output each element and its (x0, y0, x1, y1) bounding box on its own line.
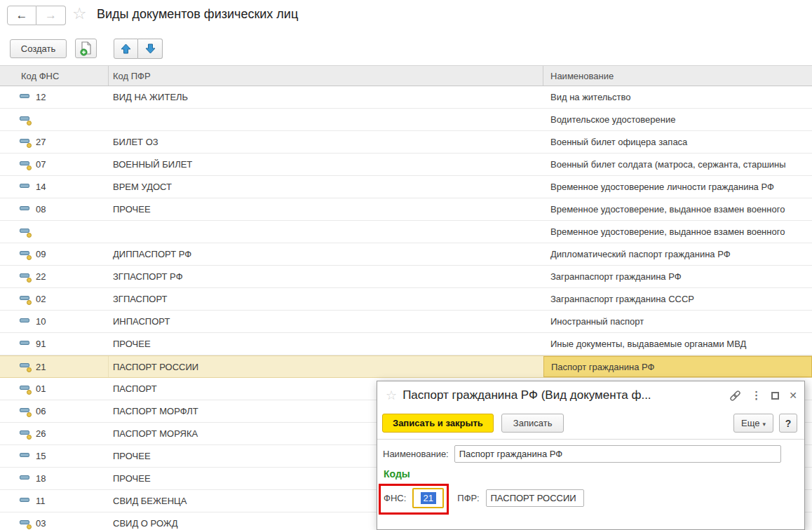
pfr-code-cell: ДИППАСПОРТ РФ (109, 249, 543, 259)
dialog-star-icon[interactable]: ☆ (386, 388, 397, 403)
name-cell: Паспорт гражданина РФ (543, 356, 812, 377)
item-marker-icon (20, 250, 30, 259)
item-marker-icon (20, 183, 30, 191)
chevron-down-icon: ▾ (762, 421, 766, 428)
help-button[interactable]: ? (779, 414, 797, 433)
document-add-icon (80, 41, 93, 56)
name-cell: Временное удостоверение, выданное взамен… (543, 198, 812, 220)
name-cell: Иные документы, выдаваемые органами МВД (543, 333, 812, 355)
table-row[interactable]: 10 ИНПАСПОРТ Иностранный паспорт (0, 311, 812, 333)
kebab-menu-icon[interactable]: ⋮ (751, 389, 762, 402)
save-close-button[interactable]: Записать и закрыть (382, 414, 494, 433)
pfr-code-cell: ВИД НА ЖИТЕЛЬ (109, 92, 543, 102)
fns-code-cell: 06 (36, 406, 46, 416)
item-marker-icon (20, 161, 30, 169)
fns-code-cell: 03 (36, 518, 46, 529)
fns-code-cell: 91 (36, 339, 46, 349)
documents-table: Код ФНС Код ПФР Наименование 12 ВИД НА Ж… (0, 65, 812, 86)
item-marker-icon (20, 138, 30, 147)
item-marker-icon (20, 452, 30, 461)
close-icon[interactable]: ✕ (789, 390, 797, 401)
table-row[interactable]: 02 ЗГПАСПОРТ Загранпаспорт гражданина СС… (0, 288, 812, 311)
codes-section-heading: Коды (384, 468, 410, 480)
history-nav: ← → (7, 6, 66, 25)
table-row[interactable]: Временное удостоверение, выданное взамен… (0, 221, 812, 243)
copy-button[interactable] (75, 39, 97, 58)
table-row[interactable]: 91 ПРОЧЕЕ Иные документы, выдаваемые орг… (0, 333, 812, 355)
table-row[interactable]: 09 ДИППАСПОРТ РФ Дипломатический паспорт… (0, 243, 812, 266)
column-header-pfr[interactable]: Код ПФР (109, 66, 543, 86)
item-marker-icon (20, 430, 30, 438)
dialog-command-bar: Записать и закрыть Записать Еще▾ ? (377, 409, 804, 440)
pfr-code-cell: ЗГПАСПОРТ РФ (109, 271, 543, 282)
table-row[interactable]: 22 ЗГПАСПОРТ РФ Загранпаспорт гражданина… (0, 266, 812, 288)
name-cell: Военный билет солдата (матроса, сержанта… (543, 154, 812, 175)
name-cell: Иностранный паспорт (543, 311, 812, 332)
table-row[interactable]: 14 ВРЕМ УДОСТ Временное удостоверение ли… (0, 176, 812, 198)
back-button[interactable]: ← (7, 6, 36, 25)
page-title: Виды документов физических лиц (97, 7, 298, 22)
name-input[interactable] (454, 445, 781, 463)
fns-code-cell: 10 (36, 316, 46, 327)
move-down-button[interactable] (138, 39, 163, 59)
pfr-code-cell: ПРОЧЕЕ (109, 339, 543, 349)
fns-code-cell: 21 (36, 362, 46, 372)
move-up-button[interactable] (114, 39, 138, 59)
fns-code-cell: 11 (36, 496, 46, 506)
fns-code-cell: 14 (36, 182, 46, 192)
table-row[interactable]: 27 БИЛЕТ ОЗ Военный билет офицера запаса (0, 131, 812, 154)
fns-code-cell: 09 (36, 249, 46, 259)
fns-code-cell: 01 (36, 383, 46, 394)
pfr-code-cell: ВОЕННЫЙ БИЛЕТ (109, 159, 543, 170)
fns-code-cell: 18 (36, 473, 46, 484)
item-edit-dialog: ☆ Паспорт гражданина РФ (Вид документа ф… (377, 381, 805, 530)
name-cell: Временное удостоверение, выданное взамен… (543, 221, 812, 243)
app-window: ← → ☆ Виды документов физических лиц Соз… (0, 0, 812, 530)
dialog-title-bar: ☆ Паспорт гражданина РФ (Вид документа ф… (377, 381, 804, 409)
item-marker-icon (20, 318, 30, 326)
item-marker-icon (20, 228, 30, 236)
item-marker-icon (20, 205, 30, 214)
name-cell: Загранпаспорт гражданина СССР (543, 288, 812, 310)
name-field-row: Наименование: (383, 445, 781, 463)
more-button[interactable]: Еще▾ (733, 414, 773, 433)
pfr-code-cell: ПАСПОРТ РОССИИ (109, 362, 543, 372)
fns-code-cell: 26 (36, 428, 46, 439)
table-row[interactable]: 12 ВИД НА ЖИТЕЛЬ Вид на жительство (0, 86, 812, 109)
pfr-code-cell: ИНПАСПОРТ (109, 316, 543, 327)
fns-code-cell: 15 (36, 451, 46, 461)
fns-code-cell: 22 (36, 271, 46, 282)
save-button[interactable]: Записать (501, 414, 564, 433)
favorite-star-icon[interactable]: ☆ (72, 4, 87, 23)
fns-code-cell: 08 (36, 204, 46, 215)
fns-input[interactable]: 21 (412, 488, 444, 508)
item-marker-icon (20, 385, 30, 393)
maximize-icon[interactable] (771, 392, 779, 400)
codes-field-row: ФНС: 21 ПФР: (384, 488, 584, 508)
table-header: Код ФНС Код ПФР Наименование (0, 65, 812, 86)
name-cell: Военный билет офицера запаса (543, 131, 812, 153)
table-row[interactable]: Водительское удостоверение (0, 109, 812, 131)
link-icon[interactable] (729, 390, 741, 402)
pfr-code-cell: ЗГПАСПОРТ (109, 294, 543, 304)
item-marker-icon (20, 407, 30, 416)
name-cell: Дипломатический паспорт гражданина РФ (543, 243, 812, 265)
fns-code-cell: 12 (36, 92, 46, 102)
pfr-code-cell: БИЛЕТ ОЗ (109, 137, 543, 147)
table-row[interactable]: 08 ПРОЧЕЕ Временное удостоверение, выдан… (0, 198, 812, 221)
create-button[interactable]: Создать (10, 39, 67, 58)
column-header-fns[interactable]: Код ФНС (0, 66, 109, 86)
column-header-name[interactable]: Наименование (543, 66, 812, 86)
name-field-label: Наименование: (383, 449, 449, 459)
item-marker-icon (20, 273, 30, 281)
table-row[interactable]: 21 ПАСПОРТ РОССИИ Паспорт гражданина РФ (0, 355, 812, 378)
pfr-input[interactable] (486, 489, 584, 507)
table-row[interactable]: 07 ВОЕННЫЙ БИЛЕТ Военный билет солдата (… (0, 154, 812, 176)
fns-code-cell: 02 (36, 294, 46, 304)
item-marker-icon (20, 295, 30, 304)
name-cell: Водительское удостоверение (543, 109, 812, 130)
forward-button[interactable]: → (36, 6, 66, 25)
item-marker-icon (20, 340, 30, 348)
item-marker-icon (20, 93, 30, 102)
fns-code-cell: 27 (36, 137, 46, 147)
